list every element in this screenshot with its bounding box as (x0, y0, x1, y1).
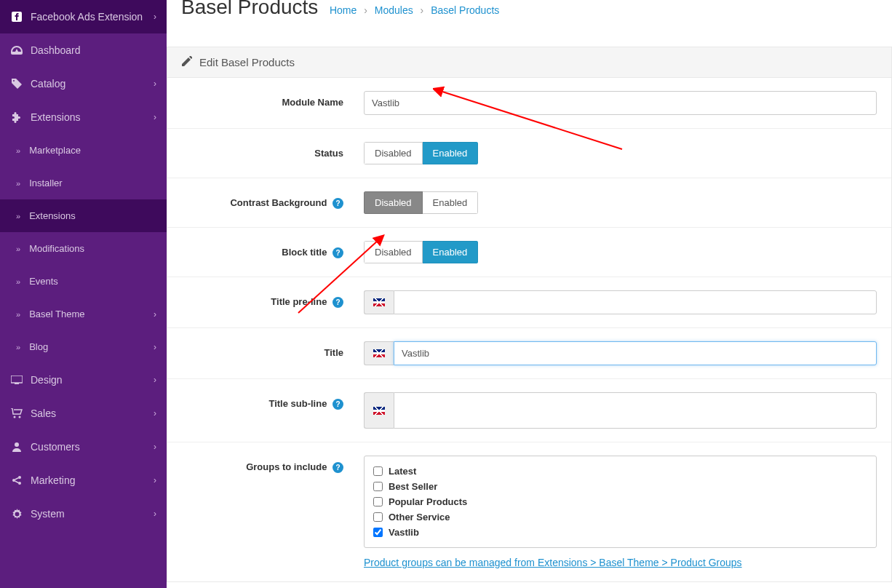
user-icon (10, 442, 23, 452)
sidebar-item-extensions[interactable]: Extensions › (0, 100, 167, 134)
status-toggle: Disabled Enabled (364, 142, 478, 164)
page-header: Basel Products Home › Modules › Basel Pr… (167, 0, 892, 36)
group-checkbox-other-service[interactable] (373, 512, 383, 522)
sidebar-item-label: Marketplace (29, 145, 81, 156)
groups-hint-link[interactable]: Product groups can be managed from Exten… (364, 557, 877, 568)
sidebar-item-design[interactable]: Design › (0, 363, 167, 397)
group-checkbox-vastlib[interactable] (373, 528, 383, 537)
group-checkbox-row[interactable]: Popular Products (373, 494, 867, 509)
sidebar-item-marketing[interactable]: Marketing › (0, 464, 167, 497)
facebook-icon (10, 12, 23, 22)
chevron-right-icon: › (154, 12, 156, 22)
sidebar-item-label: Extensions (29, 210, 76, 221)
block-title-disabled-button[interactable]: Disabled (364, 241, 423, 263)
breadcrumb-current[interactable]: Basel Products (431, 4, 499, 16)
flag-en-icon (373, 298, 385, 306)
sidebar-sub-blog[interactable]: »Blog› (0, 330, 167, 363)
chevron-right-icon: › (154, 112, 156, 122)
group-checkbox-row[interactable]: Latest (373, 464, 867, 479)
block-title-enabled-button[interactable]: Enabled (423, 241, 479, 263)
title-pre-input[interactable] (394, 290, 877, 314)
sidebar-sub-basel-theme[interactable]: »Basel Theme› (0, 298, 167, 330)
sidebar-item-sales[interactable]: Sales › (0, 397, 167, 430)
label-block-title: Block title ? (182, 241, 364, 258)
double-chevron-icon: » (16, 212, 20, 220)
panel-body: Module Name Status Disabled Enabled (167, 78, 891, 581)
svg-point-5 (15, 442, 19, 447)
edit-panel: Edit Basel Products Module Name Status D… (167, 47, 892, 582)
group-checkbox-row[interactable]: Other Service (373, 509, 867, 525)
contrast-disabled-button[interactable]: Disabled (364, 191, 423, 214)
group-checkbox-row[interactable]: Best Seller (373, 479, 867, 494)
panel-heading: Edit Basel Products (167, 47, 891, 78)
help-icon[interactable]: ? (332, 247, 343, 258)
group-checkbox-latest[interactable] (373, 466, 383, 476)
title-sub-input[interactable] (394, 392, 877, 429)
sidebar-item-label: Modifications (29, 243, 84, 254)
title-input[interactable] (394, 341, 877, 365)
lang-flag-addon (364, 392, 394, 429)
label-module-name: Module Name (182, 91, 364, 108)
double-chevron-icon: » (16, 310, 20, 319)
sidebar-sub-events[interactable]: »Events (0, 265, 167, 298)
row-module-name: Module Name (167, 78, 891, 129)
lang-flag-addon (364, 290, 394, 314)
module-name-input[interactable] (364, 91, 877, 115)
breadcrumb-modules[interactable]: Modules (375, 4, 413, 16)
puzzle-icon (10, 112, 23, 123)
group-checkbox-row[interactable]: Vastlib (373, 525, 867, 540)
contrast-enabled-button[interactable]: Enabled (423, 191, 479, 214)
double-chevron-icon: » (16, 343, 20, 351)
sidebar-item-label: Extensions (31, 111, 154, 123)
tag-icon (10, 79, 23, 90)
group-checkbox-popular[interactable] (373, 497, 383, 506)
sidebar-sub-extensions[interactable]: »Extensions (0, 199, 167, 232)
panel-heading-text: Edit Basel Products (199, 56, 295, 68)
flag-en-icon (373, 407, 385, 415)
help-icon[interactable]: ? (332, 297, 343, 308)
breadcrumb-home[interactable]: Home (330, 4, 357, 16)
breadcrumb: Home › Modules › Basel Products (330, 4, 499, 16)
cart-icon (10, 408, 23, 418)
svg-point-8 (18, 482, 21, 485)
double-chevron-icon: » (16, 146, 20, 155)
sidebar-item-label: Marketing (31, 474, 154, 486)
status-enabled-button[interactable]: Enabled (423, 142, 479, 164)
lang-flag-addon (364, 341, 394, 365)
double-chevron-icon: » (16, 277, 20, 286)
status-disabled-button[interactable]: Disabled (364, 142, 423, 164)
sidebar-item-catalog[interactable]: Catalog › (0, 67, 167, 100)
block-title-toggle: Disabled Enabled (364, 241, 478, 263)
sidebar-item-label: System (31, 508, 154, 520)
svg-point-7 (18, 476, 21, 479)
sidebar-item-label: Events (29, 276, 58, 287)
sidebar-item-customers[interactable]: Customers › (0, 430, 167, 464)
row-status: Status Disabled Enabled (167, 129, 891, 178)
help-icon[interactable]: ? (332, 198, 343, 209)
sidebar-item-facebook-ads[interactable]: Facebook Ads Extension › (0, 0, 167, 33)
sidebar-sub-marketplace[interactable]: »Marketplace (0, 134, 167, 167)
sidebar-item-system[interactable]: System › (0, 497, 167, 531)
chevron-right-icon: › (154, 79, 156, 89)
share-icon (10, 475, 23, 485)
row-title: Title (167, 328, 891, 379)
chevron-right-icon: › (154, 342, 156, 352)
sidebar-sub-modifications[interactable]: »Modifications (0, 232, 167, 265)
svg-point-3 (14, 416, 16, 418)
label-title-pre: Title pre-line ? (182, 290, 364, 308)
help-icon[interactable]: ? (332, 462, 343, 473)
sidebar-item-label: Design (31, 374, 154, 386)
sidebar-sub-installer[interactable]: »Installer (0, 167, 167, 199)
row-title-sub: Title sub-line ? (167, 379, 891, 442)
sidebar-item-label: Sales (31, 408, 154, 419)
help-icon[interactable]: ? (332, 399, 343, 410)
double-chevron-icon: » (16, 179, 20, 188)
sidebar-item-label: Installer (29, 178, 63, 188)
label-status: Status (182, 142, 364, 159)
label-groups: Groups to include ? (182, 456, 364, 473)
row-contrast: Contrast Background ? Disabled Enabled (167, 178, 891, 228)
chevron-right-icon: › (154, 309, 156, 319)
group-checkbox-bestseller[interactable] (373, 482, 383, 491)
svg-rect-1 (11, 376, 23, 383)
sidebar-item-dashboard[interactable]: Dashboard (0, 33, 167, 67)
